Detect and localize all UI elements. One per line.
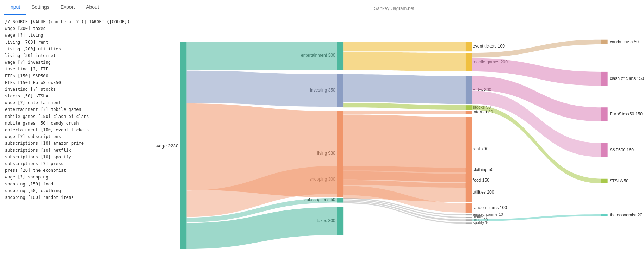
- flow-living-internet: [343, 111, 465, 114]
- node-wage: [180, 42, 186, 249]
- node-tsla: [601, 179, 607, 183]
- flow-investing-etfs: [343, 74, 465, 104]
- node-clothing: [466, 168, 472, 172]
- tab-export[interactable]: Export: [55, 0, 80, 15]
- tab-settings[interactable]: Settings: [26, 0, 55, 15]
- node-mobile-games: [466, 53, 472, 71]
- label-sp500: S&P500 150: [610, 147, 634, 152]
- node-stocks: [466, 105, 472, 110]
- label-utilities: utilities 200: [473, 190, 494, 195]
- node-netflix: [466, 217, 472, 218]
- diagram-panel: SankeyDiagram.net: [144, 0, 644, 277]
- tab-about[interactable]: About: [80, 0, 105, 15]
- label-rent: rent 700: [473, 146, 489, 151]
- node-investing: [337, 74, 343, 107]
- node-press: [466, 219, 472, 221]
- node-food: [466, 174, 472, 188]
- label-clash-of-clans: clash of clans 150: [610, 76, 644, 81]
- label-the-economist: the economist 20: [610, 213, 643, 218]
- tab-input[interactable]: Input: [4, 0, 26, 15]
- sankey-diagram: wage 2230 entertainment 300 investing 35…: [144, 11, 644, 277]
- node-taxes: [337, 207, 343, 235]
- node-subscriptions: [337, 198, 343, 202]
- label-event-tickets: event tickets 100: [473, 44, 505, 49]
- label-food: food 150: [473, 178, 490, 183]
- node-etfs: [466, 76, 472, 104]
- node-random-items: [466, 203, 472, 213]
- label-candy-crush: candy crush 50: [610, 39, 639, 44]
- node-internet: [466, 111, 472, 114]
- label-clothing: clothing 50: [473, 167, 494, 172]
- code-editor[interactable]: // SOURCE [VALUE (can be a '?')] TARGET …: [0, 15, 144, 277]
- flow-entertainment-mobilegames: [343, 52, 465, 71]
- node-entertainment: [337, 42, 343, 70]
- label-random-items: random items 100: [473, 205, 507, 210]
- node-shopping: [337, 166, 343, 194]
- flow-wage-entertainment: [187, 42, 337, 70]
- node-spotify: [466, 222, 472, 224]
- node-candy-crush: [601, 40, 607, 44]
- left-panel: Input Settings Export About // SOURCE [V…: [0, 0, 144, 277]
- flow-shopping-food: [343, 171, 465, 188]
- label-tsla: $TSLA 50: [610, 178, 629, 183]
- node-clash-of-clans: [601, 72, 607, 86]
- flow-investing-stocks: [343, 103, 465, 110]
- node-event-tickets: [466, 42, 472, 51]
- node-sp500: [601, 143, 607, 157]
- flow-mobilegames-candycrush: [472, 40, 601, 58]
- flow-wage-investing: [187, 71, 337, 107]
- node-eurostoxx50: [601, 107, 607, 121]
- node-the-economist: [601, 214, 607, 216]
- tab-bar: Input Settings Export About: [0, 0, 144, 15]
- label-eurostoxx50: EuroStoxx50 150: [610, 112, 643, 117]
- label-wage: wage 2230: [155, 143, 178, 149]
- flow-entertainment-eventtickets: [343, 42, 465, 51]
- node-amazon-prime: [466, 214, 472, 215]
